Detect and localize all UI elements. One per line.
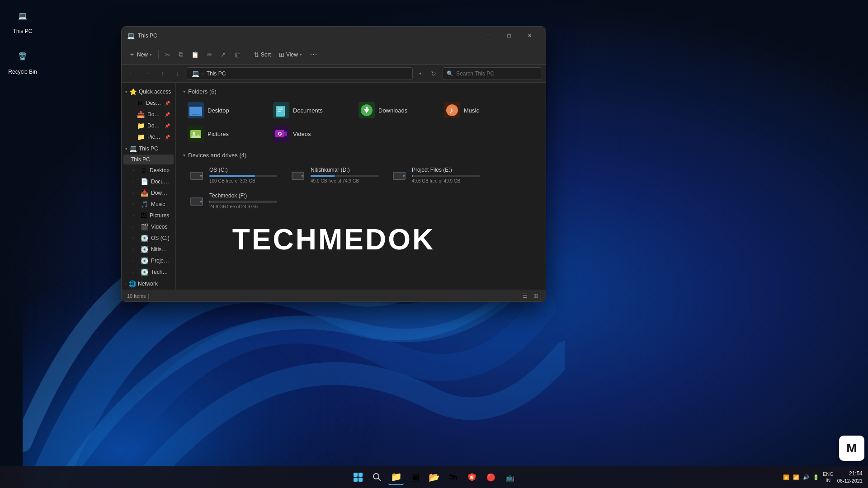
minimize-button[interactable]: ─ bbox=[478, 28, 499, 43]
sidebar-section-quickaccess: ▾ ⭐ Quick access 🖥 Desktop 📌 📥 Downloads bbox=[122, 86, 175, 142]
taskbar-explorer-button[interactable]: 📁 bbox=[388, 469, 404, 485]
sidebar-header-network[interactable]: › 🌐 Network bbox=[122, 278, 175, 289]
copy-button[interactable]: ⧉ bbox=[175, 49, 187, 60]
status-grid-view-button[interactable]: ⊞ bbox=[531, 291, 540, 300]
taskbar-search-button[interactable] bbox=[369, 469, 385, 485]
refresh-button[interactable]: ↻ bbox=[427, 67, 440, 80]
folder-item-desktop[interactable]: Desktop bbox=[183, 99, 267, 121]
drive-item-d[interactable]: Nitishkumar (D:) 49.0 GB free of 74.9 GB bbox=[284, 163, 384, 187]
taskbar-lang[interactable]: ENG IN bbox=[823, 471, 834, 484]
documents-folder-img bbox=[273, 102, 289, 118]
sidebar-item-documents[interactable]: 📁 Documents 📌 bbox=[123, 120, 174, 131]
folders-section-header[interactable]: ▾ Folders (6) bbox=[183, 88, 538, 95]
drives-grid: OS (C:) 100 GB free of 303 GB bbox=[183, 163, 538, 213]
taskbar-sound[interactable]: 🔊 bbox=[803, 474, 809, 480]
taskbar-battery[interactable]: 🔋 bbox=[813, 474, 819, 480]
svg-point-25 bbox=[302, 175, 303, 177]
svg-rect-33 bbox=[359, 473, 363, 477]
sidebar-item-thispc-d[interactable]: › 💽 Nitishkumar (D:) bbox=[123, 244, 174, 255]
thispc-docs-expand: › bbox=[132, 179, 138, 184]
sidebar-item-thispc-f[interactable]: › 💽 Techmedok (F:) bbox=[123, 267, 174, 277]
desktop-folder-img bbox=[188, 102, 204, 118]
up-button[interactable]: ↑ bbox=[156, 67, 169, 80]
sidebar-item-thispc-desktop[interactable]: › 🖥 Desktop bbox=[123, 165, 174, 176]
sidebar-item-thispc-videos[interactable]: › 🎬 Videos bbox=[123, 221, 174, 232]
maximize-button[interactable]: □ bbox=[499, 28, 519, 43]
sidebar-header-thispc[interactable]: ▾ 💻 This PC bbox=[122, 143, 175, 154]
drives-section-header[interactable]: ▾ Devices and drives (4) bbox=[183, 152, 538, 159]
thispc-e-icon: 💽 bbox=[141, 257, 148, 264]
search-icon: 🔍 bbox=[447, 70, 453, 77]
view-dropdown-icon: ▾ bbox=[300, 52, 302, 57]
taskbar-store-button[interactable]: 🛍 bbox=[445, 469, 461, 485]
search-bar[interactable]: 🔍 bbox=[443, 67, 542, 80]
drive-item-c[interactable]: OS (C:) 100 GB free of 303 GB bbox=[183, 163, 283, 187]
taskbar-date: 06-12-2021 bbox=[837, 478, 863, 484]
drive-d-bar-wrap bbox=[311, 175, 378, 177]
taskbar-widgets-button[interactable]: ▣ bbox=[407, 469, 423, 485]
desktop-icon-thispc[interactable]: 💻 This PC bbox=[5, 5, 41, 34]
cut-button[interactable]: ✂ bbox=[161, 49, 174, 60]
documents-folder-label: Documents bbox=[293, 107, 323, 114]
downloads-pin-icon: 📌 bbox=[165, 112, 170, 117]
quickaccess-expand-icon: ▾ bbox=[125, 89, 127, 94]
sort-button[interactable]: ⇅ Sort bbox=[250, 49, 274, 60]
thispc-dl-label: Downloads bbox=[151, 190, 170, 196]
desktop-icon-recyclebin[interactable]: 🗑️ Recycle Bin bbox=[5, 45, 41, 75]
folder-item-downloads[interactable]: Downloads bbox=[354, 99, 438, 121]
close-button[interactable]: ✕ bbox=[519, 28, 540, 43]
taskbar-app2-button[interactable]: 📺 bbox=[502, 469, 518, 485]
taskbar-sys-tray[interactable]: 🔼 bbox=[783, 474, 789, 480]
status-count: 10 items bbox=[127, 293, 146, 299]
sort-label: Sort bbox=[261, 52, 271, 58]
forward-button[interactable]: → bbox=[141, 67, 153, 80]
battery-icon: 🔋 bbox=[813, 474, 819, 480]
sidebar-item-thispc-e[interactable]: › 💽 Project Files (E:) bbox=[123, 255, 174, 266]
sidebar-item-thispc-root[interactable]: This PC bbox=[123, 155, 174, 164]
sidebar: ▾ ⭐ Quick access 🖥 Desktop 📌 📥 Downloads bbox=[122, 83, 176, 290]
svg-line-37 bbox=[378, 479, 381, 481]
address-dropdown-button[interactable]: ▾ bbox=[415, 67, 425, 80]
drive-d-info: Nitishkumar (D:) 49.0 GB free of 74.9 GB bbox=[311, 167, 378, 183]
taskbar-clock[interactable]: 21:54 06-12-2021 bbox=[837, 470, 863, 484]
sidebar-item-thispc-downloads[interactable]: › 📥 Downloads bbox=[123, 188, 174, 198]
drive-e-bar-wrap bbox=[412, 175, 480, 177]
drive-item-f[interactable]: Techmedok (F:) 24.8 GB free of 24.9 GB bbox=[183, 189, 283, 213]
taskbar-files-button[interactable]: 📂 bbox=[426, 469, 442, 485]
folder-item-videos[interactable]: Videos bbox=[269, 123, 352, 145]
view-button[interactable]: ⊞ View ▾ bbox=[275, 49, 306, 60]
desktop-item-label: Desktop bbox=[146, 100, 162, 106]
taskbar-wifi[interactable]: 📶 bbox=[793, 474, 799, 480]
paste-button[interactable]: 📋 bbox=[188, 49, 203, 60]
folder-item-pictures[interactable]: Pictures bbox=[183, 123, 267, 145]
taskbar-start-button[interactable] bbox=[350, 469, 366, 485]
search-input[interactable] bbox=[456, 70, 538, 77]
drive-item-e[interactable]: Project Files (E:) 49.6 GB free of 49.9 … bbox=[386, 163, 485, 187]
share-button[interactable]: ↗ bbox=[217, 49, 230, 60]
sidebar-item-thispc-music[interactable]: › 🎵 Music bbox=[123, 199, 174, 210]
folder-item-music[interactable]: ♪ Music bbox=[439, 99, 523, 121]
sidebar-item-thispc-pictures[interactable]: › 🖼 Pictures bbox=[123, 210, 174, 221]
address-path[interactable]: 💻 › This PC bbox=[187, 67, 413, 80]
new-icon: ＋ bbox=[129, 51, 135, 59]
taskbar-brave-button[interactable]: B bbox=[464, 469, 480, 485]
sidebar-item-pictures[interactable]: 📁 Pictures 📌 bbox=[123, 131, 174, 142]
sidebar-header-quickaccess[interactable]: ▾ ⭐ Quick access bbox=[122, 86, 175, 97]
back-button[interactable]: ← bbox=[125, 67, 138, 80]
delete-button[interactable]: 🗑 bbox=[231, 49, 244, 60]
folder-item-documents[interactable]: Documents bbox=[269, 99, 352, 121]
sidebar-item-thispc-c[interactable]: › 💽 OS (C:) bbox=[123, 233, 174, 244]
more-button[interactable]: ··· bbox=[307, 49, 321, 61]
sidebar-item-desktop[interactable]: 🖥 Desktop 📌 bbox=[123, 98, 174, 108]
sidebar-item-downloads[interactable]: 📥 Downloads 📌 bbox=[123, 109, 174, 120]
view-label: View bbox=[286, 52, 298, 58]
taskbar-app1-button[interactable]: 🔴 bbox=[483, 469, 499, 485]
svg-text:B: B bbox=[470, 475, 473, 480]
quickaccess-label: Quick access bbox=[139, 89, 171, 95]
sidebar-item-thispc-documents[interactable]: › 📄 Documents bbox=[123, 176, 174, 187]
rename-button[interactable]: ✏ bbox=[203, 49, 216, 60]
new-button[interactable]: ＋ New ▾ bbox=[125, 49, 156, 61]
thispc-dl-icon: 📥 bbox=[141, 189, 148, 197]
status-list-view-button[interactable]: ☰ bbox=[520, 291, 529, 300]
recent-button[interactable]: ↓ bbox=[171, 67, 184, 80]
